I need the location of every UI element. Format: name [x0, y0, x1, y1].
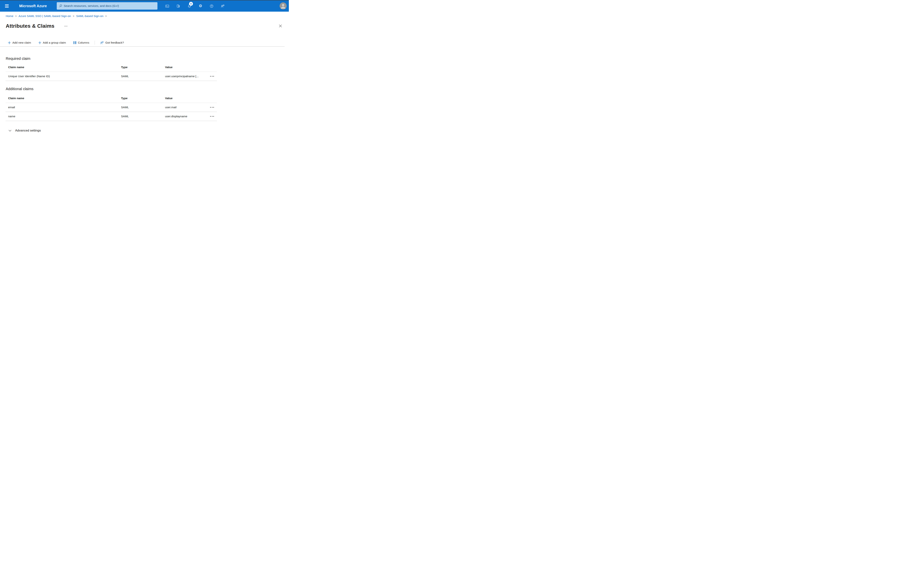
directory-filter-icon: [177, 4, 180, 8]
avatar[interactable]: [280, 2, 287, 10]
claim-type-cell: SAML: [121, 115, 165, 118]
additional-claims-table: Claim name Type Value email SAML user.ma…: [5, 94, 217, 121]
breadcrumb-saml-signon[interactable]: SAML-based Sign-on: [76, 15, 103, 18]
claim-name-cell: name: [5, 115, 121, 118]
add-new-claim-button[interactable]: Add new claim: [5, 39, 33, 46]
topbar: Microsoft Azure: [0, 0, 289, 12]
table-row[interactable]: email SAML user.mail: [5, 103, 217, 112]
search-input[interactable]: [57, 2, 157, 10]
additional-claims-heading: Additional claims: [6, 86, 289, 91]
cloud-shell-button[interactable]: [162, 0, 173, 12]
columns-button[interactable]: Columns: [71, 39, 92, 46]
ellipsis-icon: [210, 116, 211, 117]
claim-value-cell: user.displayname: [165, 115, 206, 118]
row-ellipsis-menu-button[interactable]: [210, 74, 215, 78]
row-ellipsis-menu-button[interactable]: [210, 115, 215, 118]
notification-count-badge: 6: [189, 2, 193, 6]
breadcrumb-app-sso[interactable]: Azure SAML SSO | SAML-based Sign-on: [19, 15, 71, 18]
table-row[interactable]: name SAML user.displayname: [5, 112, 217, 121]
columns-icon: [73, 41, 76, 44]
avatar-person-icon: [280, 2, 287, 10]
claim-name-cell: email: [5, 106, 121, 109]
topbar-icon-group: 6 ⚙ ?: [162, 0, 228, 12]
add-group-claim-label: Add a group claim: [43, 41, 66, 44]
breadcrumb-separator: >: [106, 15, 107, 18]
table-header-row: Claim name Type Value: [5, 94, 217, 103]
column-header-type: Type: [121, 66, 165, 69]
close-icon: [279, 25, 282, 28]
breadcrumb: Home > Azure SAML SSO | SAML-based Sign-…: [6, 14, 289, 18]
advanced-settings-toggle[interactable]: Advanced settings: [8, 129, 41, 132]
claim-type-cell: SAML: [121, 106, 165, 109]
azure-portal-window: Microsoft Azure: [0, 0, 289, 146]
title-context-menu-button[interactable]: [63, 25, 68, 28]
directory-filter-button[interactable]: [173, 0, 184, 12]
table-row[interactable]: Unique User Identifier (Name ID) SAML us…: [5, 72, 217, 81]
notifications-button[interactable]: 6: [184, 0, 195, 12]
help-icon: ?: [210, 4, 213, 8]
got-feedback-button[interactable]: Got feedback?: [98, 39, 126, 46]
column-header-value: Value: [165, 97, 206, 100]
row-ellipsis-menu-button[interactable]: [210, 105, 215, 109]
feedback-button[interactable]: [217, 0, 228, 12]
page-title: Attributes & Claims: [6, 23, 54, 29]
feedback-person-icon: [221, 4, 224, 8]
titlebar: Attributes & Claims: [0, 22, 289, 30]
ellipsis-horizontal-icon: [64, 26, 65, 26]
column-header-claim-name: Claim name: [5, 97, 121, 100]
plus-icon: [8, 41, 11, 44]
settings-button[interactable]: ⚙: [195, 0, 206, 12]
column-header-type: Type: [121, 97, 165, 100]
claim-value-cell: user.userprincipalname [...: [165, 75, 206, 78]
breadcrumb-separator: >: [15, 15, 16, 18]
got-feedback-label: Got feedback?: [106, 41, 124, 44]
advanced-settings-label: Advanced settings: [15, 129, 41, 132]
columns-label: Columns: [78, 41, 89, 44]
ellipsis-icon: [210, 107, 211, 108]
svg-text:?: ?: [211, 5, 212, 7]
help-button[interactable]: ?: [206, 0, 217, 12]
claim-value-cell: user.mail: [165, 106, 206, 109]
command-bar: Add new claim Add a group claim Columns …: [0, 39, 285, 47]
settings-gear-icon: ⚙: [199, 4, 202, 8]
chevron-down-icon: [8, 130, 12, 132]
table-header-row: Claim name Type Value: [5, 63, 217, 72]
plus-icon: [38, 41, 41, 44]
brand-title[interactable]: Microsoft Azure: [19, 0, 47, 12]
feedback-person-icon: [100, 41, 104, 44]
global-search: [57, 2, 157, 10]
required-claim-table: Claim name Type Value Unique User Identi…: [5, 63, 217, 81]
hamburger-menu-icon[interactable]: [5, 0, 12, 12]
close-button[interactable]: [278, 23, 283, 28]
cloud-shell-icon: [165, 4, 169, 8]
ellipsis-icon: [210, 76, 211, 77]
column-header-claim-name: Claim name: [5, 66, 121, 69]
claim-name-cell: Unique User Identifier (Name ID): [5, 75, 121, 78]
add-new-claim-label: Add new claim: [12, 41, 31, 44]
required-claim-heading: Required claim: [6, 56, 289, 61]
breadcrumb-separator: >: [73, 15, 74, 18]
add-group-claim-button[interactable]: Add a group claim: [36, 39, 68, 46]
column-header-value: Value: [165, 66, 206, 69]
breadcrumb-home[interactable]: Home: [6, 15, 13, 18]
claim-type-cell: SAML: [121, 75, 165, 78]
